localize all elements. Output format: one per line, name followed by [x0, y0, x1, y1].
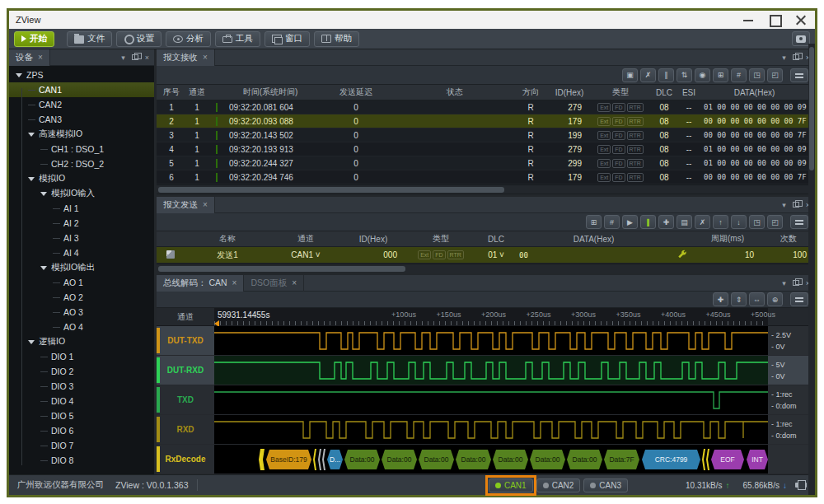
sidebar-item-ch1-dso_1[interactable]: CH1 : DSO_1: [9, 142, 154, 156]
cell-data[interactable]: 00: [516, 251, 672, 259]
decode-marker[interactable]: [706, 449, 709, 470]
sidebar-item-ao-4[interactable]: AO 4: [9, 320, 154, 334]
scroll-lock-icon[interactable]: ⇅: [677, 68, 692, 82]
sidebar-item-dio-6[interactable]: DIO 6: [9, 423, 154, 438]
expand-arrow-icon[interactable]: [40, 266, 47, 270]
decode-block[interactable]: CRC:4799: [642, 450, 700, 469]
sidebar-item-can3[interactable]: CAN3: [9, 112, 154, 127]
dropdown-chevron-icon[interactable]: ▾: [121, 54, 125, 62]
table-row[interactable]: 5109:32:20.244 3270R299ExtFDRTR08--01 00…: [157, 156, 808, 170]
dropdown-chevron-icon[interactable]: ▾: [782, 54, 786, 62]
sidebar-item--io[interactable]: 模拟IO: [9, 171, 154, 186]
table-row[interactable]: 2109:32:20.093 0880R179ExtFDRTR08--00 00…: [157, 114, 808, 128]
float-panel-icon[interactable]: [132, 54, 138, 60]
expand-arrow-icon[interactable]: [28, 133, 35, 137]
table-row[interactable]: 4109:32:20.193 9130R279ExtFDRTR08--01 00…: [157, 142, 808, 156]
cell-id[interactable]: 000: [341, 250, 405, 259]
column-header[interactable]: ESI: [677, 88, 700, 97]
vertical-scrollbar[interactable]: [808, 44, 815, 495]
close-tab-icon[interactable]: ×: [203, 53, 208, 62]
column-header[interactable]: 状态: [397, 86, 513, 98]
column-header[interactable]: ID(Hex): [341, 235, 405, 244]
column-header[interactable]: 通道: [186, 86, 208, 98]
toolbar-button-analysis[interactable]: 分析: [166, 31, 211, 47]
horizontal-scrollbar[interactable]: [157, 264, 815, 273]
screenshot-camera-button[interactable]: [792, 31, 810, 46]
start-button[interactable]: 开始: [14, 31, 54, 47]
table-row[interactable]: 6109:32:20.294 7460R179ExtFDRTR08--00 00…: [157, 170, 808, 184]
send-table-row[interactable]: 发送1CAN1 ˅000ExtFDRTR01 ˅0010100: [157, 247, 815, 264]
table-row[interactable]: 1109:32:20.081 6040R279ExtFDRTR08--01 00…: [157, 100, 808, 114]
move-up-icon[interactable]: ↑: [713, 215, 728, 229]
float-panel-icon[interactable]: [793, 202, 799, 208]
column-header[interactable]: DATA(Hex): [700, 88, 808, 97]
column-header[interactable]: 名称: [185, 233, 270, 245]
expand-arrow-icon[interactable]: [28, 340, 35, 344]
decode-block[interactable]: Data:00: [419, 450, 454, 469]
add-frame-icon[interactable]: ✚: [658, 215, 674, 229]
column-header[interactable]: 方向: [513, 86, 549, 98]
column-header[interactable]: DATA(Hex): [516, 235, 672, 244]
fit-horizontal-icon[interactable]: ⇔: [749, 292, 765, 306]
tab-bus-decode[interactable]: 总线解码： CAN×: [157, 275, 244, 292]
sidebar-item-ao-1[interactable]: AO 1: [9, 275, 154, 290]
column-header[interactable]: DLC: [476, 235, 516, 244]
column-header[interactable]: 序号: [157, 86, 186, 98]
column-header[interactable]: DLC: [651, 88, 677, 97]
column-header[interactable]: 次数: [762, 233, 815, 245]
add-list-icon[interactable]: ▤: [677, 215, 692, 229]
sidebar-item-dio-5[interactable]: DIO 5: [9, 408, 154, 423]
fit-vertical-icon[interactable]: ⇕: [731, 292, 747, 306]
sidebar-item-zps[interactable]: ZPS: [9, 68, 154, 82]
config-wrench-icon[interactable]: [672, 250, 693, 261]
sidebar-item--io-[interactable]: 模拟IO输入: [9, 186, 154, 201]
close-tab-icon[interactable]: ×: [292, 278, 297, 287]
decode-block[interactable]: BaseID:179: [266, 450, 311, 469]
channel-plot[interactable]: [214, 356, 768, 385]
channel-label[interactable]: RxDecode: [157, 445, 214, 474]
decode-block[interactable]: Data:00: [456, 450, 491, 469]
close-icon[interactable]: [794, 14, 808, 26]
decode-block[interactable]: D...: [327, 450, 343, 469]
tab-dso-panel[interactable]: DSO面板×: [244, 275, 304, 292]
menu-icon[interactable]: [790, 292, 808, 306]
status-channel-can2[interactable]: CAN2: [536, 478, 581, 492]
channel-select[interactable]: CAN1 ˅: [270, 250, 341, 259]
expand-arrow-icon[interactable]: [16, 73, 22, 77]
column-header[interactable]: 类型: [405, 233, 476, 245]
column-header[interactable]: 时间(系统时间): [226, 86, 315, 98]
import-icon[interactable]: ◰: [767, 215, 783, 229]
channel-plot[interactable]: [214, 326, 768, 355]
sidebar-item-can1[interactable]: CAN1: [9, 82, 154, 97]
menu-icon[interactable]: [790, 215, 808, 229]
decode-marker[interactable]: [702, 449, 705, 470]
status-channel-can1[interactable]: CAN1: [489, 478, 533, 492]
float-panel-icon[interactable]: ◳: [749, 68, 765, 82]
toolbar-button-tools[interactable]: 工具: [215, 31, 260, 47]
horizontal-scrollbar[interactable]: [157, 184, 808, 194]
decode-block[interactable]: Data:00: [344, 450, 380, 469]
close-tab-icon[interactable]: ×: [38, 53, 43, 62]
decode-block[interactable]: Data:00: [382, 450, 417, 469]
decode-block[interactable]: Data:00: [530, 450, 565, 469]
decode-block[interactable]: Data:00: [493, 450, 528, 469]
channel-label[interactable]: TXD: [157, 385, 214, 414]
timer-icon[interactable]: ◉: [695, 68, 710, 82]
sidebar-item-dio-7[interactable]: DIO 7: [9, 438, 154, 453]
channel-plot[interactable]: [214, 385, 768, 414]
pause-refresh-icon[interactable]: ∥: [658, 68, 674, 82]
decode-block[interactable]: Data:00: [567, 450, 602, 469]
sidebar-item-dio-1[interactable]: DIO 1: [9, 349, 154, 364]
channel-plot[interactable]: BaseID:179D...Data:00Data:00Data:00Data:…: [214, 445, 768, 474]
sidebar-item-ao-3[interactable]: AO 3: [9, 305, 154, 320]
sidebar-item-ch2-dso_2[interactable]: CH2 : DSO_2: [9, 156, 154, 171]
column-header[interactable]: 发送延迟: [315, 86, 397, 98]
status-channel-can3[interactable]: CAN3: [583, 478, 628, 492]
decode-marker[interactable]: [259, 449, 265, 470]
table-row[interactable]: 3109:32:20.143 5020R199ExtFDRTR08--00 00…: [157, 128, 808, 142]
id-format-icon[interactable]: ⊞: [586, 215, 602, 229]
sidebar-item-dio-4[interactable]: DIO 4: [9, 394, 154, 408]
tab-send[interactable]: 报文发送 ×: [157, 197, 215, 213]
sidebar-item-dio-2[interactable]: DIO 2: [9, 364, 154, 379]
expand-arrow-icon[interactable]: [28, 177, 35, 181]
